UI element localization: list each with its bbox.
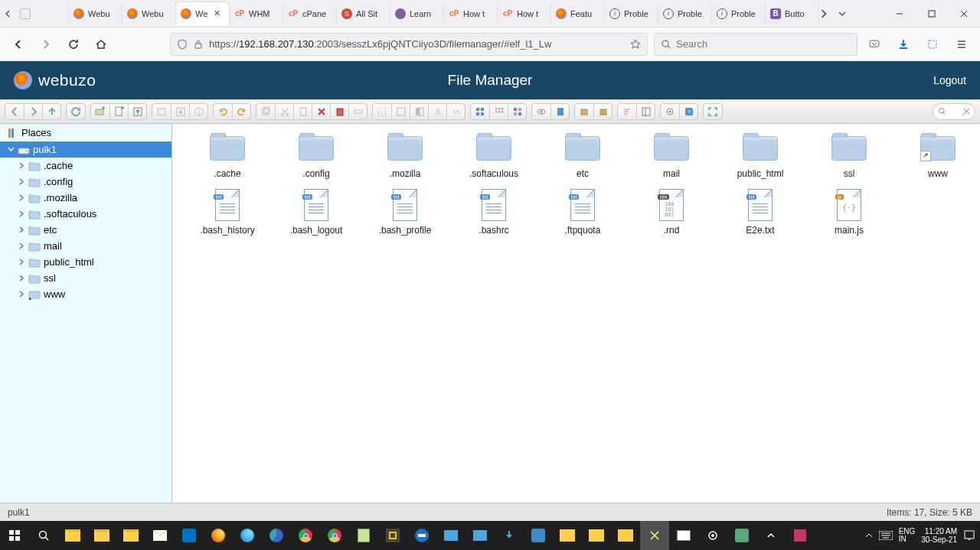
browser-tab[interactable]: Webu bbox=[122, 2, 176, 25]
tb-info-icon[interactable]: i bbox=[189, 104, 207, 119]
tree-item[interactable]: ssl bbox=[0, 270, 172, 286]
fm-search-box[interactable] bbox=[933, 103, 975, 120]
folder-item[interactable]: .config bbox=[273, 133, 359, 179]
file-item[interactable]: txt.bashrc bbox=[451, 190, 537, 236]
places-header[interactable]: Places bbox=[0, 124, 172, 142]
taskbar-snip[interactable] bbox=[640, 521, 669, 550]
taskbar-winscp[interactable] bbox=[436, 521, 466, 550]
folder-item[interactable]: mail bbox=[629, 133, 714, 179]
taskbar-more-up[interactable] bbox=[756, 521, 786, 550]
tb-perm-icon[interactable] bbox=[428, 104, 446, 119]
tb-copy-icon[interactable] bbox=[256, 104, 275, 119]
browser-tab[interactable]: cPHow t bbox=[444, 2, 498, 25]
nav-back-button[interactable] bbox=[8, 34, 29, 55]
taskbar-mail[interactable] bbox=[145, 521, 175, 550]
folder-item[interactable]: etc bbox=[540, 133, 626, 179]
tab-close-icon[interactable]: ✕ bbox=[214, 8, 224, 19]
taskbar-download[interactable] bbox=[495, 521, 524, 550]
window-maximize-button[interactable] bbox=[916, 3, 948, 24]
browser-tab[interactable]: We✕ bbox=[176, 2, 230, 25]
tree-item[interactable]: mail bbox=[0, 238, 172, 254]
taskbar-app[interactable] bbox=[466, 521, 495, 550]
taskbar-chrome[interactable] bbox=[320, 521, 349, 550]
tray-chevron-up-icon[interactable] bbox=[865, 532, 873, 539]
taskbar-vmware[interactable] bbox=[378, 521, 407, 550]
tb-archive-icon[interactable] bbox=[593, 104, 612, 119]
tb-selectall-icon[interactable] bbox=[373, 104, 391, 119]
hamburger-menu-icon[interactable] bbox=[951, 34, 972, 55]
notifications-icon[interactable] bbox=[963, 529, 975, 542]
tb-undo-icon[interactable] bbox=[214, 104, 232, 119]
tb-help-icon[interactable]: ? bbox=[679, 104, 697, 119]
keyboard-icon[interactable] bbox=[879, 531, 893, 540]
brand[interactable]: webuzo bbox=[14, 71, 96, 89]
browser-tab[interactable] bbox=[15, 2, 69, 25]
folder-item[interactable]: www bbox=[895, 133, 980, 179]
tb-rename-icon[interactable] bbox=[348, 104, 367, 119]
tb-up-button[interactable] bbox=[42, 104, 60, 119]
tb-reload-icon[interactable] bbox=[67, 104, 85, 119]
tb-delete-icon[interactable] bbox=[312, 104, 330, 119]
tree-item[interactable]: .mozilla bbox=[0, 190, 172, 206]
tb-view-small-button[interactable] bbox=[489, 104, 508, 119]
browser-tab[interactable]: cPHow t bbox=[498, 2, 551, 25]
tree-item[interactable]: public_html bbox=[0, 254, 172, 270]
browser-tab[interactable]: cPWHM bbox=[230, 2, 283, 25]
file-item[interactable]: txt.bash_history bbox=[185, 190, 270, 236]
nav-reload-button[interactable] bbox=[63, 34, 84, 55]
taskbar-app[interactable] bbox=[524, 521, 553, 550]
taskbar-firefox[interactable] bbox=[204, 521, 233, 550]
file-item[interactable]: txt.ftpquota bbox=[540, 190, 626, 236]
tb-sort-icon[interactable] bbox=[618, 104, 636, 119]
tree-item[interactable]: etc bbox=[0, 222, 172, 238]
tb-link-icon[interactable] bbox=[446, 104, 465, 119]
tb-view-icons-button[interactable] bbox=[471, 104, 489, 119]
taskbar-settings[interactable] bbox=[698, 521, 727, 550]
tb-paste-icon[interactable] bbox=[293, 104, 312, 119]
tree-item[interactable]: .softaculous bbox=[0, 206, 172, 222]
taskbar-search-icon[interactable] bbox=[29, 521, 58, 550]
tab-scroll-left[interactable] bbox=[0, 3, 15, 24]
system-tray[interactable]: ENG IN 11:20 AM 30-Sep-21 bbox=[865, 527, 980, 544]
taskbar-explorer[interactable] bbox=[611, 521, 640, 550]
bookmark-star-icon[interactable] bbox=[630, 39, 641, 50]
taskbar-firefox-dev[interactable] bbox=[233, 521, 262, 550]
browser-tab[interactable]: iProble bbox=[712, 2, 766, 25]
extension-icon[interactable] bbox=[922, 34, 943, 55]
pocket-icon[interactable] bbox=[864, 34, 885, 55]
file-item[interactable]: bin100 101 001.rnd bbox=[629, 190, 714, 236]
file-item[interactable]: txt.bash_profile bbox=[362, 190, 448, 236]
tab-overflow-button[interactable] bbox=[819, 9, 838, 18]
browser-tab[interactable]: BButto bbox=[766, 2, 819, 25]
browser-tab[interactable]: cPcPane bbox=[283, 2, 337, 25]
browser-tab[interactable]: SAll Sit bbox=[337, 2, 390, 25]
tb-open-icon[interactable] bbox=[152, 104, 171, 119]
window-close-button[interactable] bbox=[948, 3, 980, 24]
taskbar-explorer[interactable] bbox=[116, 521, 145, 550]
taskbar-chrome[interactable] bbox=[291, 521, 320, 550]
tb-cut-icon[interactable] bbox=[275, 104, 293, 119]
tb-back-button[interactable] bbox=[5, 104, 24, 119]
taskbar-paint[interactable] bbox=[669, 521, 698, 550]
browser-tab[interactable]: iProble bbox=[605, 2, 658, 25]
tb-settings-icon[interactable] bbox=[661, 104, 679, 119]
tb-view-list-button[interactable] bbox=[508, 104, 526, 119]
taskbar-explorer[interactable] bbox=[87, 521, 116, 550]
taskbar-edge[interactable] bbox=[262, 521, 291, 550]
folder-item[interactable]: .softaculous bbox=[451, 133, 537, 179]
taskbar-teamviewer[interactable] bbox=[407, 521, 436, 550]
folder-item[interactable]: ssl bbox=[806, 133, 892, 179]
tb-newfile-icon[interactable] bbox=[109, 104, 128, 119]
url-field[interactable]: https://192.168.207.130:2003/sesszLx6pjQ… bbox=[170, 33, 648, 56]
tb-upload-icon[interactable] bbox=[128, 104, 146, 119]
nav-forward-button[interactable] bbox=[35, 34, 57, 55]
tb-invert-icon[interactable] bbox=[410, 104, 428, 119]
tb-fullscreen-icon[interactable] bbox=[704, 104, 722, 119]
taskbar-explorer[interactable] bbox=[553, 521, 582, 550]
start-button[interactable] bbox=[0, 521, 29, 550]
nav-home-button[interactable] bbox=[90, 34, 112, 55]
tb-newfolder-icon[interactable] bbox=[91, 104, 109, 119]
tree-item[interactable]: .cache bbox=[0, 158, 172, 174]
tb-forward-button[interactable] bbox=[24, 104, 42, 119]
tab-list-button[interactable] bbox=[838, 9, 856, 18]
